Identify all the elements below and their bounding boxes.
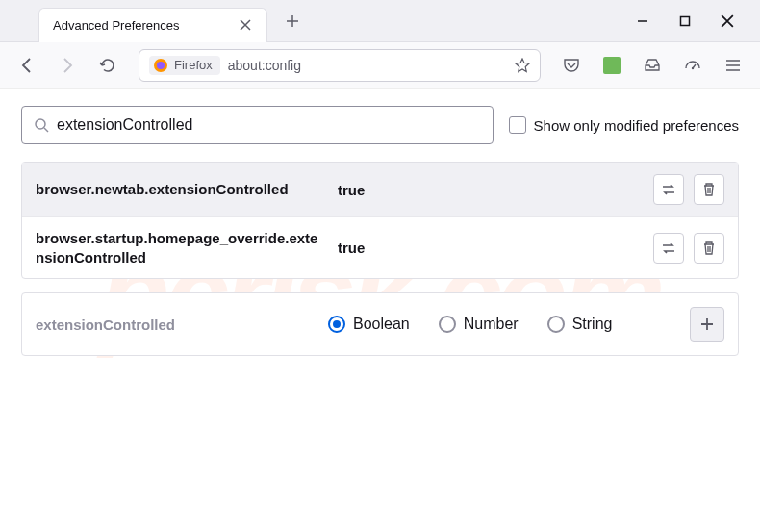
firefox-icon <box>153 58 168 73</box>
dashboard-icon[interactable] <box>677 50 708 81</box>
show-modified-checkbox[interactable]: Show only modified preferences <box>509 116 739 134</box>
preference-value: true <box>338 182 640 198</box>
preference-list: browser.newtab.extensionControlled true … <box>21 162 739 279</box>
toggle-button[interactable] <box>653 233 684 264</box>
minimize-button[interactable] <box>633 12 652 31</box>
type-radio-string[interactable]: String <box>547 316 613 333</box>
type-radio-number[interactable]: Number <box>439 316 519 333</box>
radio-icon <box>547 316 565 333</box>
reload-button[interactable] <box>92 50 123 81</box>
identity-label: Firefox <box>174 58 213 72</box>
about-config-content: Show only modified preferences browser.n… <box>0 89 760 373</box>
radio-icon <box>439 316 456 333</box>
svg-point-3 <box>692 66 694 68</box>
window-controls <box>633 12 760 31</box>
url-text: about:config <box>228 58 507 73</box>
url-bar[interactable]: Firefox about:config <box>139 49 541 82</box>
type-radio-boolean[interactable]: Boolean <box>328 316 410 333</box>
new-preference-name: extensionControlled <box>36 317 315 333</box>
delete-button[interactable] <box>694 233 724 264</box>
preference-name: browser.startup.homepage_override.extens… <box>36 229 324 266</box>
search-input[interactable] <box>57 116 481 134</box>
tab-title: Advanced Preferences <box>53 18 180 33</box>
forward-button[interactable] <box>52 50 83 81</box>
show-modified-label: Show only modified preferences <box>534 117 739 134</box>
inbox-icon[interactable] <box>637 50 668 81</box>
new-tab-button[interactable] <box>279 8 306 35</box>
delete-button[interactable] <box>694 174 724 205</box>
preference-name: browser.newtab.extensionControlled <box>36 180 324 199</box>
toggle-button[interactable] <box>653 174 684 205</box>
preference-search-box[interactable] <box>21 106 494 144</box>
radio-label: Boolean <box>353 316 410 333</box>
app-menu-button[interactable] <box>718 50 748 81</box>
radio-label: String <box>572 316 613 333</box>
checkbox-icon <box>509 116 526 134</box>
back-button[interactable] <box>12 50 42 81</box>
maximize-button[interactable] <box>675 12 695 31</box>
svg-point-4 <box>36 119 45 129</box>
titlebar: Advanced Preferences <box>0 0 760 42</box>
identity-box[interactable]: Firefox <box>149 56 220 75</box>
add-preference-row: extensionControlled Boolean Number Strin… <box>21 292 739 356</box>
close-window-button[interactable] <box>718 12 737 31</box>
radio-icon <box>328 316 345 333</box>
browser-tab[interactable]: Advanced Preferences <box>38 8 267 42</box>
preference-row[interactable]: browser.startup.homepage_override.extens… <box>22 216 738 278</box>
bookmark-star-icon[interactable] <box>515 58 530 73</box>
svg-point-2 <box>157 62 165 69</box>
navigation-toolbar: Firefox about:config <box>0 42 760 89</box>
preference-row[interactable]: browser.newtab.extensionControlled true <box>22 163 738 216</box>
extension-icon[interactable] <box>596 50 627 81</box>
preference-value: true <box>338 240 640 256</box>
svg-rect-0 <box>681 16 690 25</box>
type-radio-group: Boolean Number String <box>328 316 676 333</box>
pocket-icon[interactable] <box>556 50 587 81</box>
close-tab-icon[interactable] <box>238 17 253 33</box>
radio-label: Number <box>464 316 519 333</box>
add-preference-button[interactable] <box>690 307 724 342</box>
search-icon <box>34 117 49 133</box>
